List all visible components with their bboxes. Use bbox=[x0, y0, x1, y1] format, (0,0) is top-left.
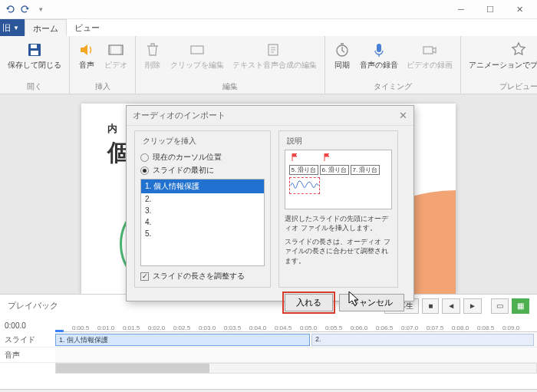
ruler-tick: 0:02.0 bbox=[148, 324, 165, 331]
ribbon-tabs: 旧▼ ホーム ビュー bbox=[0, 19, 537, 36]
microphone-icon bbox=[370, 41, 388, 59]
maximize-button[interactable]: ☐ bbox=[476, 2, 505, 17]
preview-slide-box: 7. 滑り台 bbox=[351, 165, 380, 175]
view-mode-2-button[interactable]: ▦ bbox=[512, 298, 529, 314]
sync-label: 同期 bbox=[334, 61, 350, 69]
list-item[interactable]: 1. 個人情報保護 bbox=[141, 180, 264, 193]
ruler-tick: 0:01.0 bbox=[97, 324, 114, 331]
list-item[interactable]: 5. bbox=[141, 228, 264, 239]
slide-clip[interactable]: 2. bbox=[311, 334, 534, 346]
cancel-button[interactable]: キャンセル bbox=[339, 294, 404, 311]
radio-icon bbox=[140, 153, 149, 162]
edit-clip-button[interactable]: クリップを編集 bbox=[167, 39, 227, 80]
preview-anim-button[interactable]: アニメーションでプレビュー bbox=[466, 39, 537, 80]
group-insert: 音声 ビデオ 挿入 bbox=[70, 36, 136, 94]
horizontal-scrollbar[interactable] bbox=[55, 363, 537, 374]
record-audio-button[interactable]: 音声の録音 bbox=[357, 39, 401, 80]
ruler-tick: 0:03.5 bbox=[224, 324, 241, 331]
insert-button[interactable]: 入れる bbox=[285, 294, 333, 311]
redo-button[interactable] bbox=[18, 2, 32, 16]
scrollbar-thumb[interactable] bbox=[56, 364, 209, 373]
radio-slide-start[interactable]: スライドの最初に bbox=[140, 165, 265, 176]
list-item[interactable]: 3. bbox=[141, 205, 264, 216]
adjust-length-checkbox[interactable]: ✓スライドの長さを調整する bbox=[140, 271, 265, 282]
stopwatch-icon bbox=[333, 41, 351, 59]
group-insert-label: 挿入 bbox=[74, 80, 130, 92]
minimize-button[interactable]: ─ bbox=[446, 2, 476, 17]
edit-tts-button[interactable]: テキスト音声合成の編集 bbox=[229, 39, 320, 80]
ruler-tick: 0:07.0 bbox=[401, 324, 418, 331]
waveform-icon bbox=[289, 177, 320, 194]
file-tab[interactable]: 旧▼ bbox=[0, 19, 25, 36]
delete-label: 削除 bbox=[145, 61, 160, 69]
sync-button[interactable]: 同期 bbox=[330, 39, 354, 80]
star-icon bbox=[509, 41, 528, 59]
description-text-2: スライドの長さは、オーディオ ファイルの長さに合わせて調整されます。 bbox=[285, 237, 392, 265]
dialog-title-bar[interactable]: オーディオのインポート ✕ bbox=[127, 106, 413, 126]
svg-rect-5 bbox=[120, 45, 123, 54]
radio-icon bbox=[140, 166, 149, 175]
close-button[interactable]: ✕ bbox=[505, 2, 534, 17]
slide-track-label: スライド bbox=[0, 332, 55, 347]
insert-video-label: ビデオ bbox=[104, 61, 127, 69]
insert-video-button[interactable]: ビデオ bbox=[101, 39, 130, 80]
delete-button[interactable]: 削除 bbox=[140, 39, 165, 80]
ruler-tick: 0:06.0 bbox=[351, 324, 367, 331]
prev-button[interactable]: ◄ bbox=[442, 298, 460, 314]
list-item[interactable]: 2. bbox=[141, 193, 264, 205]
next-button[interactable]: ► bbox=[463, 298, 482, 314]
dialog-title: オーディオのインポート bbox=[133, 110, 226, 121]
svg-rect-10 bbox=[423, 47, 433, 54]
film-icon bbox=[107, 41, 125, 59]
qat-customize-button[interactable]: ▾ bbox=[34, 2, 48, 16]
dialog-close-button[interactable]: ✕ bbox=[399, 110, 407, 121]
save-close-button[interactable]: 保存して閉じる bbox=[5, 39, 64, 80]
import-audio-dialog: オーディオのインポート ✕ クリップを挿入 現在のカーソル位置 スライドの最初に… bbox=[126, 105, 414, 301]
ruler-tick: 0:09.0 bbox=[502, 324, 519, 331]
list-item[interactable]: 4. bbox=[141, 216, 264, 228]
ruler-tick: 0:05.0 bbox=[300, 324, 317, 331]
ruler-tick: 0:04.5 bbox=[275, 324, 292, 331]
ruler-tick: 0:00.5 bbox=[72, 324, 89, 331]
current-time: 0:00.0 bbox=[0, 319, 55, 332]
insert-audio-button[interactable]: 音声 bbox=[74, 39, 99, 80]
svg-rect-6 bbox=[191, 46, 203, 54]
slides-listbox[interactable]: 1. 個人情報保護 2. 3. 4. 5. bbox=[140, 179, 265, 266]
preview-anim-label: アニメーションでプレビュー bbox=[469, 61, 537, 69]
radio-start-label: スライドの最初に bbox=[153, 165, 214, 176]
insert-clip-fieldset: クリップを挿入 現在のカーソル位置 スライドの最初に 1. 個人情報保護 2. … bbox=[134, 130, 271, 288]
ruler-tick: 0:07.5 bbox=[427, 324, 443, 331]
svg-rect-4 bbox=[109, 45, 111, 54]
description-fieldset: 説明 5. 滑り台 6. 滑り台 7. 滑り台 選択したスライドの先頭にオーディ… bbox=[278, 130, 398, 288]
slide-track[interactable]: 1. 個人情報保護 2. bbox=[55, 332, 537, 347]
undo-button[interactable] bbox=[3, 2, 17, 16]
edit-clip-label: クリップを編集 bbox=[170, 61, 224, 69]
svg-rect-2 bbox=[31, 51, 38, 55]
view-mode-1-button[interactable]: ▭ bbox=[491, 298, 509, 314]
ruler-tick: 0:08.5 bbox=[477, 324, 494, 331]
group-open-label: 開く bbox=[5, 80, 64, 92]
record-video-button[interactable]: ビデオの録画 bbox=[404, 39, 456, 80]
slide-clip[interactable]: 1. 個人情報保護 bbox=[55, 334, 310, 346]
audio-track-label: 音声 bbox=[0, 348, 55, 362]
save-icon bbox=[25, 41, 44, 59]
insert-clip-legend: クリップを挿入 bbox=[140, 136, 199, 147]
trash-icon bbox=[143, 41, 162, 59]
playback-label: プレイバック bbox=[8, 300, 58, 311]
record-video-label: ビデオの録画 bbox=[407, 61, 453, 69]
svg-rect-9 bbox=[377, 44, 381, 52]
tab-home[interactable]: ホーム bbox=[25, 19, 67, 36]
stop-button[interactable]: ■ bbox=[422, 298, 439, 314]
audio-track[interactable] bbox=[55, 348, 537, 362]
preview-slide-box: 6. 滑り台 bbox=[320, 165, 349, 175]
flag-icon bbox=[292, 153, 298, 161]
speaker-icon bbox=[77, 41, 96, 59]
ruler-tick: 0:06.5 bbox=[376, 324, 393, 331]
resize-grip[interactable] bbox=[0, 389, 537, 392]
flag-icon bbox=[324, 153, 330, 161]
radio-cursor-position[interactable]: 現在のカーソル位置 bbox=[140, 152, 265, 163]
tab-view[interactable]: ビュー bbox=[67, 19, 107, 36]
camera-icon bbox=[420, 41, 439, 59]
ruler-tick: 0:04.0 bbox=[249, 324, 266, 331]
group-preview-label: プレビュー bbox=[466, 80, 537, 92]
